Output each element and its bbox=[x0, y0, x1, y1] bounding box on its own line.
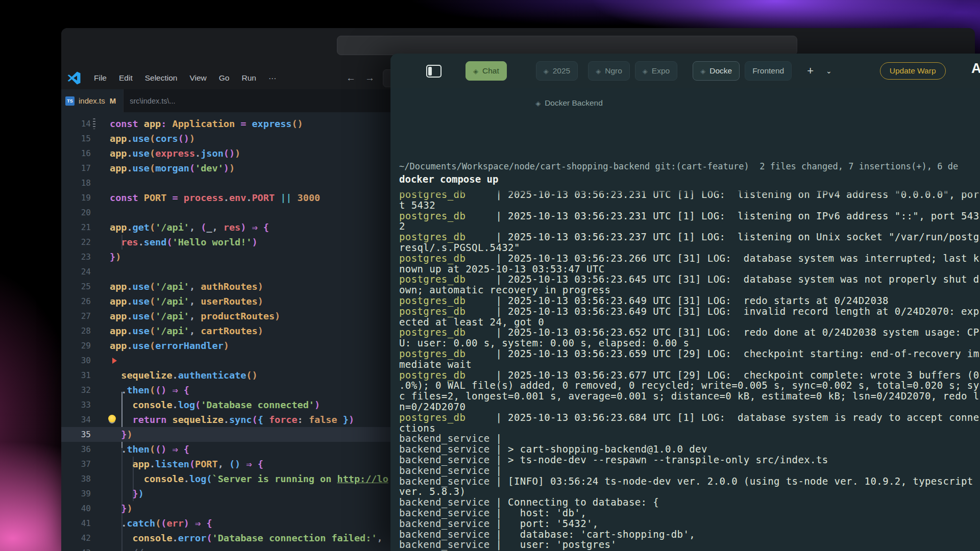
log-line: backend_service | Connecting to database… bbox=[399, 497, 980, 508]
service-name: backend_service bbox=[399, 433, 490, 444]
code-text: // ... bbox=[110, 545, 166, 551]
warp-pane[interactable]: ◈Docker Backend ~/Documents/Workspace/no… bbox=[390, 88, 980, 551]
terminal-command[interactable]: docker compose up bbox=[399, 173, 498, 185]
service-name: backend_service bbox=[399, 507, 490, 518]
line-number: 21 bbox=[61, 220, 91, 235]
breadcrumb[interactable]: src\index.ts\... bbox=[130, 97, 175, 105]
code-text: return sequelize.sync({ force: false }) bbox=[110, 412, 354, 427]
diamond-icon: ◈ bbox=[473, 67, 478, 75]
log-line: ected at least 24, got 0 bbox=[399, 317, 980, 328]
terminal-path-line: ~/Documents/Workspace/node/cart-shopping… bbox=[399, 161, 958, 171]
update-warp-button[interactable]: Update Warp bbox=[880, 62, 946, 80]
code-text: app.use(express.json()) bbox=[110, 146, 240, 161]
line-number: 26 bbox=[61, 294, 91, 309]
editor-nav-arrows: ← → bbox=[346, 66, 375, 89]
log-line: .0%); 0 WAL file(s) added, 0 removed, 0 … bbox=[399, 380, 980, 391]
tab-label: Chat bbox=[482, 66, 499, 76]
log-line: postgres_db | 2025-10-13 03:56:23.237 UT… bbox=[399, 232, 980, 242]
code-text: .catch((err) ⇒ { bbox=[110, 516, 212, 531]
menu-view[interactable]: View bbox=[183, 73, 212, 82]
line-number: 24 bbox=[61, 264, 91, 279]
service-name: backend_service bbox=[399, 475, 490, 487]
warp-corner-glyph[interactable]: A bbox=[971, 61, 980, 77]
line-number: 30 bbox=[61, 353, 91, 368]
line-number: 29 bbox=[61, 338, 91, 353]
code-text: app.use('/api', cartRoutes) bbox=[110, 323, 263, 338]
tab-label: Expo bbox=[652, 66, 670, 76]
command-center-searchbox[interactable] bbox=[337, 36, 797, 55]
desktop: FileEditSelectionViewGoRun··· ← → TS ind… bbox=[0, 0, 980, 551]
service-name: backend_service bbox=[399, 454, 490, 465]
back-arrow-icon[interactable]: ← bbox=[346, 72, 356, 84]
log-line: postgres_db | 2025-10-13 03:56:23.652 UT… bbox=[399, 327, 980, 338]
red-triangle-marker-icon bbox=[112, 358, 117, 364]
sidebar-toggle-icon[interactable] bbox=[426, 65, 442, 78]
diamond-icon: ◈ bbox=[700, 67, 705, 75]
menu-[interactable]: ··· bbox=[262, 73, 283, 82]
terminal-tab-2025[interactable]: ◈2025 bbox=[536, 61, 578, 81]
service-name: postgres_db bbox=[399, 412, 465, 423]
line-number: 33 bbox=[61, 397, 91, 412]
log-line: backend_service | > cart-shopping-backen… bbox=[399, 444, 980, 455]
service-name: postgres_db bbox=[399, 253, 465, 264]
terminal-tab-docke[interactable]: ◈Docke bbox=[693, 61, 740, 81]
log-line: backend_service | [INFO] 03:56:24 ts-nod… bbox=[399, 476, 980, 487]
tab-label: Ngro bbox=[605, 66, 622, 76]
log-line: postgres_db | 2025-10-13 03:56:23.659 UT… bbox=[399, 348, 980, 359]
code-text: app.get('/api', (_, res) ⇒ { bbox=[110, 220, 269, 235]
code-text: app.use('/api', authRoutes) bbox=[110, 279, 263, 294]
code-text: console.error('Database connection faile… bbox=[110, 531, 388, 545]
forward-arrow-icon[interactable]: → bbox=[365, 72, 375, 84]
log-line: backend_service | bbox=[399, 433, 980, 444]
menu-go[interactable]: Go bbox=[213, 73, 236, 82]
menu-edit[interactable]: Edit bbox=[113, 73, 139, 82]
service-name: postgres_db bbox=[399, 327, 465, 338]
diamond-icon: ◈ bbox=[544, 67, 549, 75]
service-name: postgres_db bbox=[399, 369, 465, 381]
log-line: c files=2, longest=0.001 s, average=0.00… bbox=[399, 391, 980, 402]
tab-index-ts[interactable]: TS index.ts M bbox=[61, 89, 124, 112]
code-text: app.use(morgan('dev')) bbox=[110, 161, 235, 176]
code-text: }) bbox=[110, 501, 133, 516]
line-number: 15 bbox=[61, 131, 91, 146]
vscode-logo-icon bbox=[67, 71, 81, 85]
service-name: postgres_db bbox=[399, 273, 465, 285]
tab-list-chevron-icon[interactable]: ⌄ bbox=[823, 66, 835, 76]
line-number: 31 bbox=[61, 368, 91, 383]
code-text: app.use('/api', productRoutes) bbox=[110, 309, 280, 323]
service-name: backend_service bbox=[399, 518, 490, 529]
log-line: postgres_db | 2025-10-13 03:56:23.649 UT… bbox=[399, 306, 980, 317]
line-number: 19 bbox=[61, 190, 91, 205]
terminal-tab-frontend[interactable]: Frontend bbox=[745, 61, 792, 81]
log-line: ctions bbox=[399, 423, 980, 434]
service-name: backend_service bbox=[399, 496, 490, 508]
menu-selection[interactable]: Selection bbox=[139, 73, 184, 82]
terminal-tab-ngro[interactable]: ◈Ngro bbox=[588, 61, 630, 81]
log-line: 2 bbox=[399, 221, 980, 232]
log-line: postgres_db | 2025-10-13 03:56:23.231 UT… bbox=[399, 211, 980, 221]
new-tab-button[interactable]: + bbox=[804, 64, 817, 78]
line-number: 20 bbox=[61, 205, 91, 220]
line-number: 25 bbox=[61, 279, 91, 294]
service-name: postgres_db bbox=[399, 231, 465, 242]
log-line: postgres_db | 2025-10-13 03:56:23.684 UT… bbox=[399, 412, 980, 423]
terminal-tab-chat[interactable]: ◈Chat bbox=[465, 61, 507, 81]
service-name: backend_service bbox=[399, 529, 490, 540]
terminal-tab-expo[interactable]: ◈Expo bbox=[635, 61, 677, 81]
menu-file[interactable]: File bbox=[88, 73, 113, 82]
log-line: resql/.s.PGSQL.5432" bbox=[399, 242, 980, 253]
menu-run[interactable]: Run bbox=[235, 73, 262, 82]
service-name: backend_service bbox=[399, 443, 490, 455]
code-text: app.use(cors()) bbox=[110, 131, 195, 146]
log-line: ver. 5.8.3) bbox=[399, 486, 980, 497]
line-number: 27 bbox=[61, 309, 91, 323]
line-number: 14 bbox=[61, 116, 91, 131]
line-number: 42 bbox=[61, 531, 91, 545]
log-line: backend_service | host: 'db', bbox=[399, 508, 980, 518]
log-line: nown up at 2025-10-13 03:53:47 UTC bbox=[399, 264, 980, 274]
line-number: 36 bbox=[61, 442, 91, 457]
log-line: postgres_db | 2025-10-13 03:56:23.677 UT… bbox=[399, 370, 980, 381]
warp-tabbar: ◈Chat◈2025◈Ngro◈Expo◈DockeFrontend + ⌄ U… bbox=[390, 54, 980, 88]
terminal-log-output[interactable]: postgres_db | 2025-10-13 03:56:23.231 UT… bbox=[399, 189, 980, 551]
code-text: const app: Application = express() bbox=[110, 116, 303, 131]
